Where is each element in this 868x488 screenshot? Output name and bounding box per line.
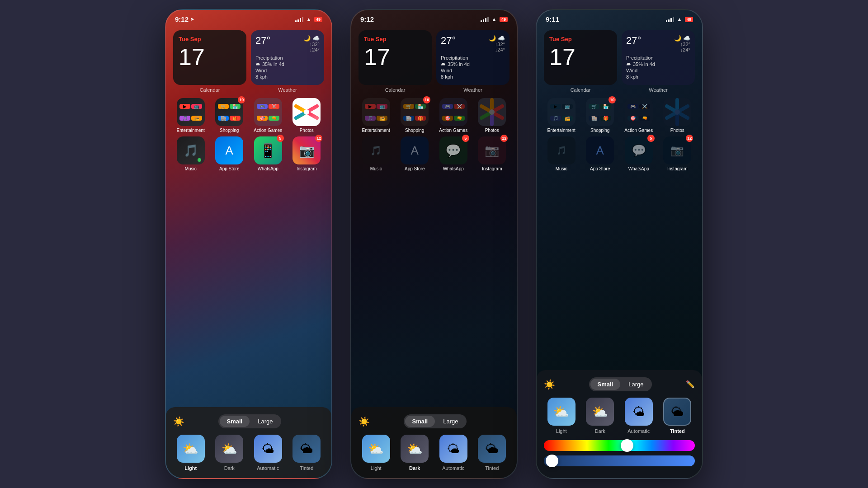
svg-point-0	[304, 109, 309, 115]
theme-tinted-3[interactable]: 🌥 Tinted	[660, 398, 695, 434]
app-photos-3[interactable]: Photos	[660, 98, 695, 133]
widgets-row-2: Tue Sep 17 Calendar 27° 🌙☁️	[359, 30, 509, 93]
size-large-btn-3[interactable]: Large	[621, 379, 651, 390]
app-appstore-3[interactable]: A App Store	[583, 136, 618, 171]
bottom-panel-3: ☀️ Small Large ✏️ ⛅ Light ⛅ Dark 🌤	[537, 370, 702, 478]
app-action-2[interactable]: 🎮 ⚔️ 🎯 🔫 Action Games	[436, 98, 471, 133]
app-action-games-1[interactable]: 🎮 ⚔️ 🎯 🔫 Action Games	[250, 98, 286, 133]
app-shopping-3[interactable]: 10 🛒 🏪 🏬 🎁 Shopping	[583, 98, 618, 133]
app-instagram-1[interactable]: 12 📷 Instagram	[289, 136, 325, 171]
app-label-action-1: Action Games	[254, 128, 282, 133]
app-photos-2[interactable]: Photos	[475, 98, 510, 133]
color-sliders-3	[544, 440, 695, 466]
phone-dark: 9:12 ▲ 49 Tue Sep 17	[350, 9, 518, 479]
app-music-1[interactable]: 🎵 Music	[173, 136, 208, 171]
tint-slider-row	[544, 455, 695, 466]
app-label-instagram-1: Instagram	[297, 166, 316, 171]
theme-light-2[interactable]: ⛅ Light	[359, 435, 394, 471]
status-icons-2: ▲ 49	[481, 16, 508, 23]
app-grid-2: ▶ 📺 🎵 📻 Entertainment 10 🛒 🏪 🏬 🎁	[359, 98, 509, 171]
wifi-icon-3: ▲	[677, 16, 682, 23]
app-shopping-2[interactable]: 10 🛒 🏪 🏬 🎁 Shopping	[397, 98, 433, 133]
calendar-day-2: 17	[364, 45, 426, 69]
app-appstore-1[interactable]: A App Store	[212, 136, 247, 171]
weather-widget-1: 27° 🌙 ☁️ ↑32° ↓24°	[251, 30, 324, 93]
weather-options-2: ⛅ Light ⛅ Dark 🌤 Automatic 🌥 Tinted	[359, 435, 509, 471]
theme-tinted-1[interactable]: 🌥 Tinted	[289, 435, 325, 471]
theme-auto-3[interactable]: 🌤 Automatic	[621, 398, 656, 434]
widgets-row-3: Tue Sep 17 Calendar 27° 🌙☁️	[544, 30, 695, 93]
theme-light-1[interactable]: ⛅ Light	[173, 435, 208, 471]
sun-icon-2: ☀️	[359, 416, 370, 427]
app-instagram-2[interactable]: 12 📷 Instagram	[475, 136, 510, 171]
app-grid-3: ▶ 📺 🎵 📻 Entertainment 10 🛒 🏪 🏬 🎁	[544, 98, 695, 171]
hue-slider-row	[544, 440, 695, 451]
app-whatsapp-1[interactable]: 5 📱 WhatsApp	[250, 136, 286, 171]
app-whatsapp-3[interactable]: 5 💬 WhatsApp	[621, 136, 656, 171]
size-toggle-3[interactable]: Small Large	[589, 377, 652, 391]
calendar-label-1: Calendar	[173, 87, 246, 93]
weather-label-3: Weather	[622, 87, 695, 93]
size-small-btn-1[interactable]: Small	[220, 416, 250, 427]
status-time-1: 9:12 ➤	[175, 15, 194, 23]
tint-slider-thumb[interactable]	[546, 455, 558, 467]
app-photos-1[interactable]: Photos	[289, 98, 325, 133]
app-shopping-1[interactable]: 10 🛒 🏪 🏬 🎁 Shopping	[212, 98, 247, 133]
app-grid-1: ▶ 📺 🎵 📻 Entertainment 10 🛒 🏪 🏬 🎁	[173, 98, 324, 171]
app-whatsapp-2[interactable]: 5 💬 WhatsApp	[436, 136, 471, 171]
phone-content-2: Tue Sep 17 Calendar 27° 🌙☁️	[351, 27, 517, 171]
weather-options-3: ⛅ Light ⛅ Dark 🌤 Automatic 🌥 Tinted	[544, 398, 695, 434]
theme-tinted-label-1: Tinted	[300, 465, 313, 471]
tint-slider-track[interactable]	[544, 455, 695, 466]
app-label-entertainment-1: Entertainment	[177, 128, 205, 133]
size-large-btn-2[interactable]: Large	[436, 416, 465, 427]
location-arrow-icon: ➤	[190, 17, 194, 22]
hue-slider-thumb[interactable]	[621, 439, 633, 452]
theme-light-3[interactable]: ⛅ Light	[544, 398, 579, 434]
phone-tinted: 9:11 ▲ 49 Tue Sep 17	[536, 9, 703, 479]
app-label-photos-1: Photos	[300, 128, 314, 133]
calendar-month-3: Tue Sep	[549, 36, 612, 42]
theme-auto-1[interactable]: 🌤 Automatic	[250, 435, 286, 471]
calendar-label-3: Calendar	[544, 87, 617, 93]
battery-badge-3: 49	[685, 17, 693, 22]
theme-dark-2[interactable]: ⛅ Dark	[397, 435, 433, 471]
weather-options-1: ⛅ Light ⛅ Dark 🌤 Automatic 🌥 Tinted	[173, 435, 324, 471]
size-toggle-1[interactable]: Small Large	[218, 414, 282, 428]
status-bar-2: 9:12 ▲ 49	[351, 10, 517, 27]
app-entertainment-3[interactable]: ▶ 📺 🎵 📻 Entertainment	[544, 98, 579, 133]
app-instagram-3[interactable]: 12 📷 Instagram	[660, 136, 695, 171]
svg-point-1	[489, 109, 495, 115]
calendar-month-1: Tue Sep	[179, 36, 241, 42]
size-small-btn-2[interactable]: Small	[405, 416, 435, 427]
theme-dark-3[interactable]: ⛅ Dark	[583, 398, 618, 434]
calendar-day-1: 17	[179, 45, 241, 69]
app-label-music-1: Music	[185, 166, 197, 171]
size-large-btn-1[interactable]: Large	[250, 416, 280, 427]
app-action-3[interactable]: 🎮 ⚔️ 🎯 🔫 Action Games	[621, 98, 656, 133]
app-label-whatsapp-1: WhatsApp	[258, 166, 278, 171]
app-entertainment-2[interactable]: ▶ 📺 🎵 📻 Entertainment	[359, 98, 394, 133]
wifi-icon-2: ▲	[491, 16, 497, 23]
hue-slider-track[interactable]	[544, 440, 695, 451]
app-music-3[interactable]: 🎵 Music	[544, 136, 579, 171]
signal-icon-2	[481, 17, 489, 22]
battery-badge-2: 49	[500, 17, 508, 22]
calendar-month-2: Tue Sep	[364, 36, 426, 42]
theme-dark-1[interactable]: ⛅ Dark	[212, 435, 247, 471]
theme-auto-2[interactable]: 🌤 Automatic	[436, 435, 471, 471]
calendar-label-2: Calendar	[359, 87, 432, 93]
weather-temp-1: 27°	[255, 35, 270, 47]
app-music-2[interactable]: 🎵 Music	[359, 136, 394, 171]
size-toggle-2[interactable]: Small Large	[404, 414, 467, 428]
status-bar-3: 9:11 ▲ 49	[537, 10, 702, 27]
pencil-icon-3[interactable]: ✏️	[686, 380, 695, 389]
theme-dark-label-1: Dark	[224, 465, 235, 471]
app-appstore-2[interactable]: A App Store	[397, 136, 433, 171]
size-small-btn-3[interactable]: Small	[590, 379, 621, 390]
calendar-widget-1: Tue Sep 17 Calendar	[173, 30, 246, 93]
theme-tinted-2[interactable]: 🌥 Tinted	[475, 435, 510, 471]
app-entertainment-1[interactable]: ▶ 📺 🎵 📻 Entertainment	[173, 98, 208, 133]
theme-light-label-1: Light	[184, 465, 197, 471]
badge-instagram-1: 12	[315, 135, 322, 142]
